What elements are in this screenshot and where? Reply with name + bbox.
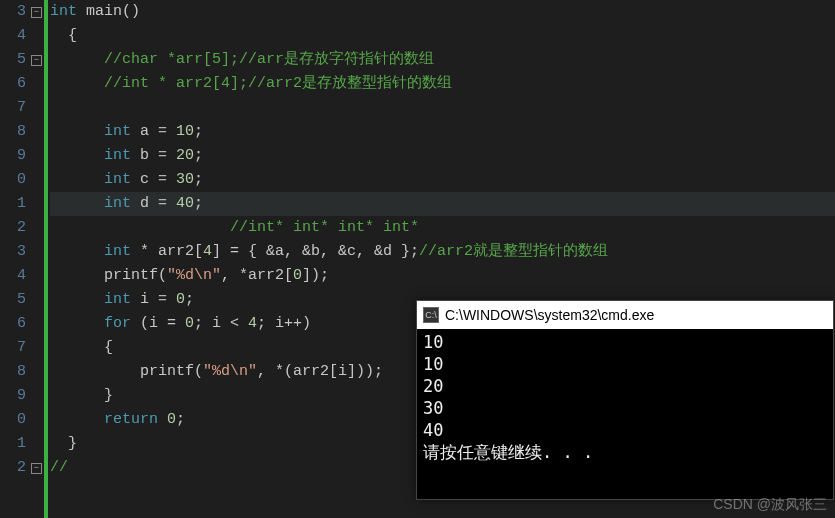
punct: ; [194, 195, 203, 212]
line-number: 8 [0, 360, 26, 384]
number: 20 [176, 147, 194, 164]
identifier: * arr2[ [131, 243, 203, 260]
identifier: i [131, 291, 158, 308]
code-line-current[interactable]: int d = 40; [50, 192, 835, 216]
code-line[interactable]: //int * arr2[4];//arr2是存放整型指针的数组 [50, 72, 835, 96]
line-number: 2 [0, 456, 26, 480]
number: 10 [176, 123, 194, 140]
console-title-text: C:\WINDOWS\system32\cmd.exe [445, 301, 654, 329]
number: 0 [185, 315, 194, 332]
identifier: , *arr2[ [221, 267, 293, 284]
line-number: 1 [0, 432, 26, 456]
code-line[interactable]: int * arr2[4] = { &a, &b, &c, &d };//arr… [50, 240, 835, 264]
fold-icon[interactable]: − [31, 463, 42, 474]
comment: // [50, 459, 68, 476]
keyword: int [104, 243, 131, 260]
line-number: 3 [0, 240, 26, 264]
console-window[interactable]: C:\ C:\WINDOWS\system32\cmd.exe 10 10 20… [416, 300, 834, 500]
keyword: int [104, 147, 131, 164]
fold-icon[interactable]: − [31, 7, 42, 18]
function-call: printf [140, 363, 194, 380]
keyword: int [104, 171, 131, 188]
comment: //int * arr2[4];//arr2是存放整型指针的数组 [104, 75, 452, 92]
identifier: d [131, 195, 158, 212]
number: 4 [248, 315, 257, 332]
console-titlebar[interactable]: C:\ C:\WINDOWS\system32\cmd.exe [417, 301, 833, 329]
line-number: 7 [0, 336, 26, 360]
punct: ( [158, 267, 167, 284]
code-line[interactable]: int a = 10; [50, 120, 835, 144]
code-line[interactable]: int main() [50, 0, 835, 24]
code-line[interactable]: int b = 20; [50, 144, 835, 168]
brace: } [68, 435, 77, 452]
brace: { [104, 339, 113, 356]
line-number: 1 [0, 192, 26, 216]
code-line[interactable]: int c = 30; [50, 168, 835, 192]
identifier: a [131, 123, 158, 140]
line-number: 7 [0, 96, 26, 120]
punct: ; [194, 123, 203, 140]
keyword: int [104, 195, 131, 212]
console-line: 请按任意键继续. . . [423, 441, 827, 463]
identifier: , *(arr2[i])); [257, 363, 383, 380]
keyword: int [50, 3, 77, 20]
number: 40 [176, 195, 194, 212]
line-number: 8 [0, 120, 26, 144]
number: 0 [167, 411, 176, 428]
space [167, 123, 176, 140]
space [158, 411, 167, 428]
comment: //char *arr[5];//arr是存放字符指针的数组 [104, 51, 434, 68]
number: 0 [293, 267, 302, 284]
punct: ]); [302, 267, 329, 284]
code-line[interactable]: //char *arr[5];//arr是存放字符指针的数组 [50, 48, 835, 72]
punct: ( [194, 363, 203, 380]
number: 4 [203, 243, 212, 260]
string: "%d\n" [167, 267, 221, 284]
identifier: c [131, 171, 158, 188]
code-line[interactable]: printf("%d\n", *arr2[0]); [50, 264, 835, 288]
console-line: 20 [423, 375, 827, 397]
line-number: 5 [0, 288, 26, 312]
comment: //arr2就是整型指针的数组 [419, 243, 608, 260]
keyword: return [104, 411, 158, 428]
line-number: 0 [0, 408, 26, 432]
function-call: printf [104, 267, 158, 284]
comment: //int* int* int* int* [230, 219, 419, 236]
string: "%d\n" [203, 363, 257, 380]
line-number: 0 [0, 168, 26, 192]
console-line: 40 [423, 419, 827, 441]
punct: ; [194, 147, 203, 164]
space [167, 147, 176, 164]
identifier: ; i++) [257, 315, 311, 332]
operator: = [158, 291, 167, 308]
space [167, 291, 176, 308]
code-line[interactable]: //int* int* int* int* [50, 216, 835, 240]
console-line: 30 [423, 397, 827, 419]
line-number-gutter: 3 4 5 6 7 8 9 0 1 2 3 4 5 6 7 8 9 0 1 2 [0, 0, 30, 518]
operator: = [158, 171, 167, 188]
console-line: 10 [423, 353, 827, 375]
operator: = [158, 147, 167, 164]
code-line[interactable]: { [50, 24, 835, 48]
fold-icon[interactable]: − [31, 55, 42, 66]
identifier: (i = [131, 315, 185, 332]
line-number: 6 [0, 72, 26, 96]
code-line[interactable] [50, 96, 835, 120]
punct: ; [185, 291, 194, 308]
punct: ; [194, 171, 203, 188]
space [167, 195, 176, 212]
operator: = [158, 195, 167, 212]
identifier: b [131, 147, 158, 164]
console-output[interactable]: 10 10 20 30 40 请按任意键继续. . . [417, 329, 833, 465]
keyword: int [104, 291, 131, 308]
number: 30 [176, 171, 194, 188]
line-number: 2 [0, 216, 26, 240]
brace: } [104, 387, 113, 404]
line-number: 4 [0, 264, 26, 288]
brace: { [68, 27, 77, 44]
cmd-icon: C:\ [423, 307, 439, 323]
operator: = [158, 123, 167, 140]
line-number: 4 [0, 24, 26, 48]
keyword: for [104, 315, 131, 332]
line-number: 6 [0, 312, 26, 336]
